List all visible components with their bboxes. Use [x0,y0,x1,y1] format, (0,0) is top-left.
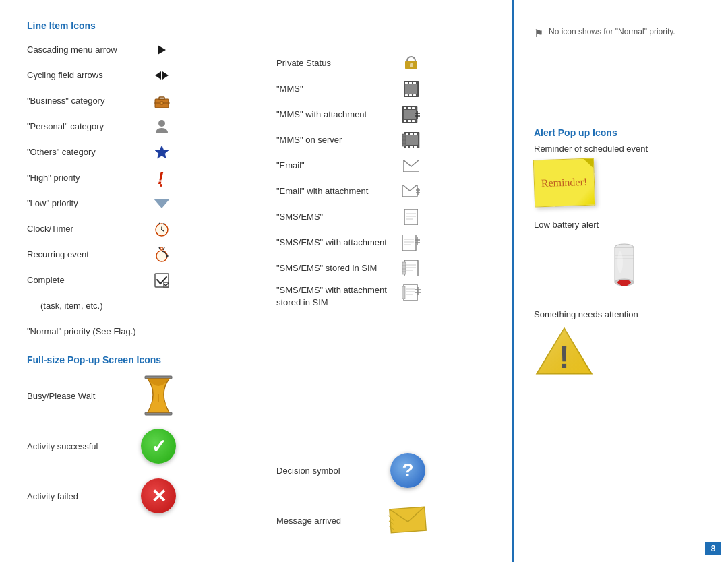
row-needs-attention: Something needs attention ! [534,309,715,377]
svg-rect-76 [404,260,418,276]
icon-email [398,160,425,172]
row-recurring: Recurring event [27,245,249,264]
label-mms: "MMS" [276,84,398,95]
left-arrow [155,71,161,80]
icon-low-priority [148,197,175,210]
arrow-right-shape [158,45,166,55]
icon-sms-attach [398,235,425,251]
svg-rect-80 [402,262,406,274]
row-complete: Complete [27,271,249,290]
label-cycling-arrows: Cycling field arrows [27,70,148,82]
icon-briefcase [148,94,175,108]
svg-rect-34 [409,94,412,96]
label-normal-priority: "Normal" priority (See Flag.) [27,326,148,338]
row-sms-sim: "SMS/EMS" stored in SIM [276,259,499,278]
svg-rect-32 [413,82,416,84]
cycling-arrows-shape [155,71,169,80]
icon-star [148,144,175,160]
row-high-priority: "High" priority ! [27,168,249,187]
svg-rect-42 [408,120,411,122]
label-private-status: Private Status [276,58,398,69]
label-personal: "Personal" category [27,121,148,133]
row-sms: "SMS/EMS" [276,208,499,226]
main-layout: Line Item Icons Cascading menu arrow Cyc… [0,0,728,562]
row-sms-attach: "SMS/EMS" with attachment [276,233,499,252]
icon-green-check: ✓ [135,429,182,464]
label-sms: "SMS/EMS" [276,212,398,223]
fullsize-left-spacer [276,329,499,450]
svg-point-4 [158,120,165,127]
svg-rect-50 [410,133,413,135]
svg-rect-65 [404,209,418,225]
svg-point-15 [161,229,162,230]
icon-email-attach [398,185,425,198]
label-sms-sim: "SMS/EMS" stored in SIM [276,263,398,274]
svg-rect-30 [405,82,408,84]
right-arrow [162,71,169,80]
label-clock: Clock/Timer [27,224,148,235]
icon-red-x: ✕ [135,478,182,513]
fullsize-title: Full-size Pop-up Screen Icons [27,354,249,365]
row-others: "Others" category [27,143,249,162]
svg-marker-8 [154,199,170,208]
label-activity-failed: Activity failed [27,491,135,501]
label-busy: Busy/Please Wait [27,391,135,401]
row-mms-server: "MMS" on server [276,131,499,150]
icon-decision: ? [384,453,431,488]
svg-rect-53 [410,146,413,148]
icon-message-arrived [384,505,431,536]
svg-rect-54 [414,146,417,148]
svg-rect-36 [405,84,417,94]
row-private-status: Private Status [276,54,499,73]
svg-rect-52 [406,146,408,148]
row-cascading-menu: Cascading menu arrow [27,40,249,59]
icon-battery [534,235,715,296]
svg-rect-51 [414,133,417,135]
svg-point-21 [160,247,163,250]
row-low-priority: "Low" priority [27,194,249,213]
icon-sms-sim-attach [398,284,425,301]
normal-priority-text: No icon shows for "Normal" priority. [549,27,675,36]
row-normal-priority: "Normal" priority (See Flag.) [27,322,249,341]
reminder-note-shape: Reminder! [533,158,595,207]
label-activity-success: Activity successful [27,441,135,451]
icon-hourglass [135,375,182,416]
red-x-shape: ✕ [141,478,176,513]
svg-rect-39 [408,107,411,109]
label-low-priority: "Low" priority [27,198,148,210]
label-business: "Business" category [27,96,148,107]
green-check-shape: ✓ [141,429,176,464]
label-mms-server: "MMS" on server [276,135,398,146]
icon-sms [398,209,425,225]
label-message-arrived: Message arrived [276,516,384,526]
row-activity-success: Activity successful ✓ [27,426,249,466]
middle-panel: Private Status "MMS" [263,0,512,562]
svg-rect-49 [406,133,408,135]
svg-rect-33 [405,94,408,96]
icon-person [148,119,175,135]
svg-rect-69 [402,235,416,251]
label-complete: Complete [27,275,148,286]
row-decision: Decision symbol ? [276,450,499,491]
row-reminder: Reminder of scheduled event Reminder! [534,144,715,206]
left-panel: Line Item Icons Cascading menu arrow Cyc… [0,0,263,562]
row-email-attach: "Email" with attachment [276,182,499,201]
svg-point-102 [617,251,623,273]
icon-lock [398,56,425,71]
label-mms-attach: "MMS" with attachment [276,109,398,121]
label-email-attach: "Email" with attachment [276,186,398,197]
label-low-battery: Low battery alert [534,220,715,230]
icon-high-priority: ! [148,169,175,187]
alert-popup-title: Alert Pop up Icons [534,127,715,138]
label-recurring: Recurring event [27,249,148,261]
icon-filmstrip [398,81,425,97]
row-cycling-arrows: Cycling field arrows [27,66,249,85]
row-business: "Business" category [27,92,249,111]
label-sms-attach: "SMS/EMS" with attachment [276,237,398,249]
row-busy: Busy/Please Wait [27,375,249,416]
icon-recurring [148,246,175,263]
label-needs-attention: Something needs attention [534,309,715,319]
icon-arrow-right [148,45,175,55]
svg-rect-3 [160,102,163,104]
row-complete-indent: (task, item, etc.) [27,296,249,315]
